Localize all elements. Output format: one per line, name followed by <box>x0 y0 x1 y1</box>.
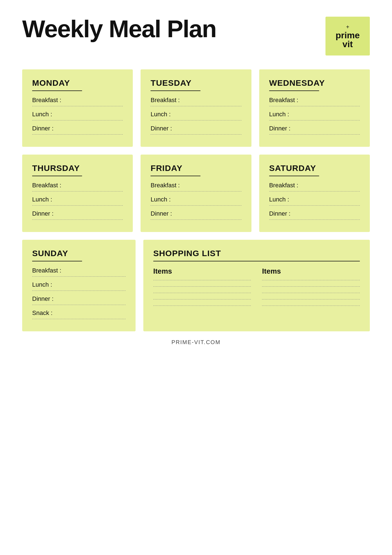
row1-grid: MONDAY Breakfast : Lunch : Dinner : TUES… <box>22 69 370 147</box>
shopping-col1-header: Items <box>153 267 251 276</box>
thursday-dot3 <box>32 220 123 220</box>
wednesday-divider <box>269 90 319 91</box>
thursday-title: THURSDAY <box>32 163 123 173</box>
sunday-card: SUNDAY Breakfast : Lunch : Dinner : Snac… <box>22 240 136 331</box>
wednesday-breakfast: Breakfast : <box>269 97 360 104</box>
monday-dinner: Dinner : <box>32 125 123 132</box>
logo-plus: + <box>346 24 349 30</box>
shop-dot-1a <box>153 280 251 280</box>
page-wrapper: Weekly Meal Plan + prime vit MONDAY Brea… <box>22 17 370 345</box>
shopping-title: SHOPPING LIST <box>153 249 360 258</box>
friday-lunch: Lunch : <box>151 196 241 203</box>
monday-dot2 <box>32 120 123 120</box>
row3-grid: SUNDAY Breakfast : Lunch : Dinner : Snac… <box>22 240 370 331</box>
friday-divider <box>151 176 200 176</box>
saturday-title: SATURDAY <box>269 163 360 173</box>
footer-url: PRIME-VIT.COM <box>171 339 220 345</box>
thursday-divider <box>32 176 82 176</box>
thursday-dinner: Dinner : <box>32 210 123 217</box>
thursday-dot1 <box>32 191 123 191</box>
monday-lunch: Lunch : <box>32 111 123 118</box>
thursday-card: THURSDAY Breakfast : Lunch : Dinner : <box>22 155 133 232</box>
row2-grid: THURSDAY Breakfast : Lunch : Dinner : FR… <box>22 155 370 232</box>
monday-dot3 <box>32 134 123 135</box>
sunday-divider <box>32 261 82 261</box>
sunday-lunch: Lunch : <box>32 281 126 288</box>
logo-brand-sub: vit <box>342 40 353 49</box>
shopping-columns: Items Items <box>153 267 360 312</box>
friday-dinner: Dinner : <box>151 210 241 217</box>
wednesday-title: WEDNESDAY <box>269 78 360 88</box>
tuesday-dot2 <box>151 120 241 120</box>
sunday-dot1 <box>32 276 126 277</box>
wednesday-dot2 <box>269 120 360 120</box>
shopping-col2: Items <box>262 267 360 312</box>
friday-dot1 <box>151 191 241 191</box>
shop-dot-2a <box>153 286 251 287</box>
shop-dot-1b <box>262 280 360 280</box>
shopping-card: SHOPPING LIST Items Items <box>143 240 370 331</box>
monday-card: MONDAY Breakfast : Lunch : Dinner : <box>22 69 133 147</box>
logo-brand: prime <box>335 31 360 40</box>
sunday-dot4 <box>32 319 126 319</box>
sunday-dinner: Dinner : <box>32 295 126 302</box>
saturday-breakfast: Breakfast : <box>269 182 360 189</box>
monday-divider <box>32 90 82 91</box>
friday-breakfast: Breakfast : <box>151 182 241 189</box>
saturday-divider <box>269 176 319 176</box>
header: Weekly Meal Plan + prime vit <box>22 17 370 56</box>
tuesday-divider <box>151 90 200 91</box>
monday-title: MONDAY <box>32 78 123 88</box>
wednesday-dinner: Dinner : <box>269 125 360 132</box>
saturday-dot2 <box>269 205 360 206</box>
sunday-snack: Snack : <box>32 309 126 317</box>
friday-dot3 <box>151 220 241 220</box>
tuesday-lunch: Lunch : <box>151 111 241 118</box>
thursday-dot2 <box>32 205 123 206</box>
logo-box: + prime vit <box>325 17 370 56</box>
wednesday-card: WEDNESDAY Breakfast : Lunch : Dinner : <box>259 69 370 147</box>
shop-dot-3a <box>153 293 251 293</box>
wednesday-lunch: Lunch : <box>269 111 360 118</box>
saturday-lunch: Lunch : <box>269 196 360 203</box>
monday-breakfast: Breakfast : <box>32 97 123 104</box>
saturday-dinner: Dinner : <box>269 210 360 217</box>
saturday-dot1 <box>269 191 360 191</box>
shopping-col2-header: Items <box>262 267 360 276</box>
tuesday-dinner: Dinner : <box>151 125 241 132</box>
sunday-title: SUNDAY <box>32 249 126 258</box>
shopping-divider <box>153 261 360 261</box>
tuesday-card: TUESDAY Breakfast : Lunch : Dinner : <box>141 69 251 147</box>
shop-dot-3b <box>262 293 360 293</box>
saturday-dot3 <box>269 220 360 220</box>
sunday-dot2 <box>32 291 126 291</box>
page-title: Weekly Meal Plan <box>22 17 216 41</box>
wednesday-dot1 <box>269 106 360 106</box>
friday-dot2 <box>151 205 241 206</box>
shop-dot-4a <box>153 299 251 299</box>
thursday-lunch: Lunch : <box>32 196 123 203</box>
sunday-dot3 <box>32 305 126 305</box>
friday-title: FRIDAY <box>151 163 241 173</box>
tuesday-dot3 <box>151 134 241 135</box>
footer: PRIME-VIT.COM <box>22 339 370 345</box>
shop-dot-4b <box>262 299 360 299</box>
tuesday-breakfast: Breakfast : <box>151 97 241 104</box>
monday-dot1 <box>32 106 123 106</box>
shopping-col1: Items <box>153 267 251 312</box>
wednesday-dot3 <box>269 134 360 135</box>
shop-dot-5b <box>262 306 360 306</box>
shop-dot-2b <box>262 286 360 287</box>
tuesday-dot1 <box>151 106 241 106</box>
tuesday-title: TUESDAY <box>151 78 241 88</box>
saturday-card: SATURDAY Breakfast : Lunch : Dinner : <box>259 155 370 232</box>
friday-card: FRIDAY Breakfast : Lunch : Dinner : <box>141 155 251 232</box>
shop-dot-5a <box>153 306 251 306</box>
sunday-breakfast: Breakfast : <box>32 267 126 274</box>
thursday-breakfast: Breakfast : <box>32 182 123 189</box>
